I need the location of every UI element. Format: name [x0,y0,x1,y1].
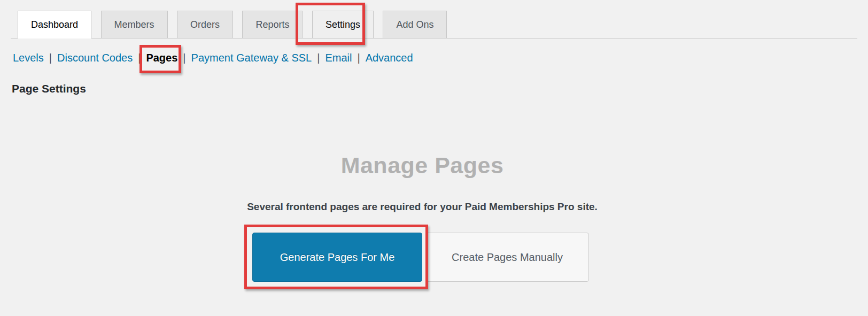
subnav-item-discount-codes[interactable]: Discount Codes [57,52,133,64]
tab-add-ons[interactable]: Add Ons [383,11,447,38]
tab-members[interactable]: Members [101,11,168,38]
generate-pages-button[interactable]: Generate Pages For Me [252,233,422,282]
tab-settings[interactable]: Settings [312,11,374,38]
page-title: Page Settings [12,82,868,95]
subnav-separator: | [357,52,360,64]
tab-orders[interactable]: Orders [177,11,233,38]
subnav-item-payment-gateway-ssl[interactable]: Payment Gateway & SSL [191,52,312,64]
subnav-separator: | [183,52,185,64]
subnav-item-advanced[interactable]: Advanced [366,52,413,64]
manage-pages-heading: Manage Pages [0,152,844,179]
tab-reports[interactable]: Reports [242,11,303,38]
manage-pages-description: Several frontend pages are required for … [0,201,844,213]
settings-subnav: Levels|Discount Codes|Pages|Payment Gate… [13,51,868,65]
subnav-item-levels[interactable]: Levels [13,52,44,64]
subnav-separator: | [49,52,52,64]
tab-bar: Dashboard Members Orders Reports Setting… [11,0,857,38]
subnav-item-pages[interactable]: Pages [146,52,177,64]
subnav-separator: | [138,52,141,64]
tab-dashboard[interactable]: Dashboard [18,11,91,38]
subnav-separator: | [317,52,320,64]
subnav-item-email[interactable]: Email [325,52,352,64]
create-pages-manually-button[interactable]: Create Pages Manually [425,233,589,282]
